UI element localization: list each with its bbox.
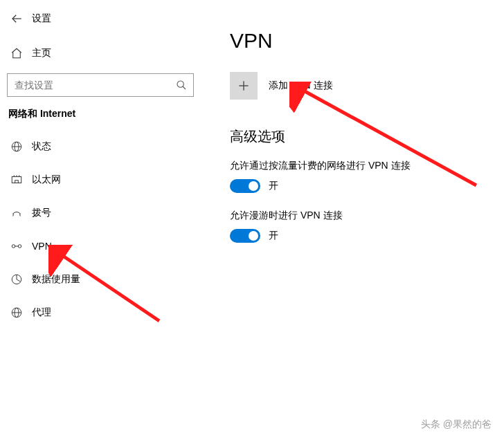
sidebar: 设置 主页 网络和 Internet (0, 0, 208, 435)
option-metered: 允许通过按流量计费的网络进行 VPN 连接 开 (230, 160, 498, 193)
plus-icon (237, 79, 251, 93)
svg-line-2 (183, 86, 186, 89)
toggle-state-label: 开 (269, 230, 278, 242)
content-pane: VPN 添加 VPN 连接 高级选项 允许通过按流量计费的网络进行 VPN 连接… (230, 29, 498, 259)
home-nav[interactable]: 主页 (0, 40, 208, 66)
option-text: 允许通过按流量计费的网络进行 VPN 连接 (230, 160, 498, 172)
data-usage-icon (8, 273, 25, 286)
add-vpn-label: 添加 VPN 连接 (269, 80, 333, 92)
toggle-knob (249, 231, 258, 241)
sidebar-item-status[interactable]: 状态 (0, 130, 208, 163)
home-label: 主页 (32, 47, 51, 59)
svg-rect-6 (12, 177, 21, 183)
sidebar-item-datausage[interactable]: 数据使用量 (0, 263, 208, 296)
advanced-options-heading: 高级选项 (230, 127, 498, 146)
sidebar-item-ethernet[interactable]: 以太网 (0, 163, 208, 196)
sidebar-item-label: 代理 (32, 306, 51, 319)
toggle-roaming[interactable] (230, 229, 260, 243)
proxy-icon (8, 306, 25, 319)
search-wrap (7, 73, 201, 97)
ethernet-icon (8, 174, 25, 186)
sidebar-item-vpn[interactable]: VPN (0, 230, 208, 263)
vpn-icon (8, 240, 25, 252)
sidebar-item-proxy[interactable]: 代理 (0, 296, 208, 329)
category-heading: 网络和 Internet (0, 108, 208, 120)
sidebar-item-label: 以太网 (32, 174, 61, 186)
add-vpn-button[interactable]: 添加 VPN 连接 (230, 72, 498, 100)
search-icon (175, 80, 188, 91)
sidebar-item-label: 状态 (32, 140, 51, 153)
watermark-text: 头条 @果然的爸 (421, 418, 492, 431)
back-row: 设置 (0, 7, 208, 30)
sidebar-item-label: 数据使用量 (32, 273, 80, 286)
dialup-icon (8, 207, 25, 219)
page-title: VPN (230, 29, 498, 53)
toggle-state-label: 开 (269, 180, 278, 192)
back-arrow-icon[interactable] (8, 12, 25, 25)
search-input[interactable] (13, 79, 175, 91)
sidebar-item-label: VPN (32, 241, 52, 252)
svg-point-1 (177, 81, 183, 87)
header-title: 设置 (32, 12, 51, 25)
svg-point-11 (12, 245, 15, 248)
svg-point-12 (18, 245, 21, 248)
search-field[interactable] (7, 73, 194, 97)
sidebar-item-dialup[interactable]: 拨号 (0, 196, 208, 230)
toggle-knob (249, 181, 258, 191)
svg-rect-10 (15, 181, 19, 183)
plus-tile (230, 72, 258, 100)
option-text: 允许漫游时进行 VPN 连接 (230, 210, 498, 222)
globe-icon (8, 140, 25, 153)
option-roaming: 允许漫游时进行 VPN 连接 开 (230, 210, 498, 243)
sidebar-item-label: 拨号 (32, 207, 51, 219)
home-icon (8, 47, 25, 59)
toggle-metered[interactable] (230, 179, 260, 193)
